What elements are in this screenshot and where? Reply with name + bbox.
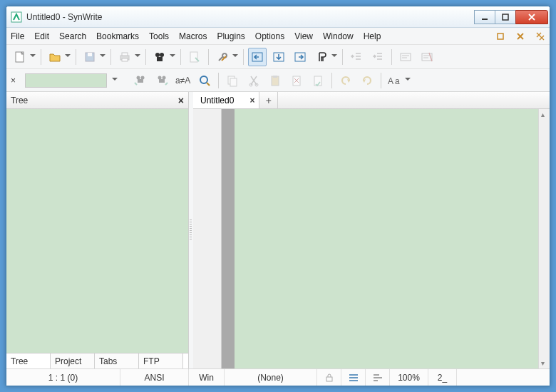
save-button[interactable] xyxy=(81,48,99,66)
status-lock-icon[interactable] xyxy=(317,369,341,386)
add-tab-button[interactable]: + xyxy=(259,92,278,108)
sidebar-tabs: Tree Project Tabs FTP xyxy=(6,353,188,368)
svg-point-23 xyxy=(163,76,166,79)
editor-body[interactable] xyxy=(235,109,538,368)
window-controls xyxy=(475,10,548,24)
svg-rect-28 xyxy=(230,78,237,86)
status-line-endings[interactable]: Win xyxy=(189,369,225,386)
svg-point-26 xyxy=(200,76,207,83)
menu-window[interactable]: Window xyxy=(323,31,354,41)
font-button[interactable]: Aa xyxy=(386,71,404,90)
menu-view[interactable]: View xyxy=(294,31,313,41)
search-bar-close-icon[interactable]: × xyxy=(11,76,21,86)
search-history-dropdown[interactable] xyxy=(111,76,118,86)
save-dropdown[interactable] xyxy=(99,52,106,62)
find-button[interactable] xyxy=(150,48,169,66)
toolbar-main xyxy=(6,45,550,69)
open-file-dropdown[interactable] xyxy=(64,52,71,62)
goto-button[interactable] xyxy=(185,48,204,66)
paste-button[interactable] xyxy=(266,71,284,90)
menu-file[interactable]: File xyxy=(11,31,24,41)
tree-body[interactable] xyxy=(6,109,188,353)
minimize-button[interactable] xyxy=(474,10,495,24)
titlebar[interactable]: Untitled0 - SynWrite xyxy=(6,6,550,28)
close-all-icon[interactable] xyxy=(535,31,545,41)
undo-button[interactable] xyxy=(336,71,355,90)
sidebar-tab-ftp[interactable]: FTP xyxy=(139,354,183,368)
nav-down-button[interactable] xyxy=(269,48,288,66)
menu-edit[interactable]: Edit xyxy=(34,31,49,41)
menu-search[interactable]: Search xyxy=(59,31,86,41)
svg-point-22 xyxy=(158,76,162,79)
unindent-button[interactable] xyxy=(347,48,366,66)
status-position[interactable]: 1 : 1 (0) xyxy=(6,369,120,386)
status-wrap-icon[interactable] xyxy=(341,369,366,386)
cut-button[interactable] xyxy=(244,71,263,90)
tools-button[interactable] xyxy=(213,48,232,66)
status-extra[interactable]: 2_ xyxy=(428,369,457,386)
svg-rect-37 xyxy=(326,377,332,381)
menu-bookmarks[interactable]: Bookmarks xyxy=(96,31,139,41)
redo-button[interactable] xyxy=(358,71,376,90)
editor-area: Untitled0 × + xyxy=(193,92,550,368)
find-dropdown[interactable] xyxy=(169,52,176,62)
find-next-button[interactable] xyxy=(153,71,171,90)
menu-options[interactable]: Options xyxy=(255,31,284,41)
nav-back-button[interactable] xyxy=(248,48,267,66)
search-magnifier-button[interactable] xyxy=(195,71,214,90)
comment-button[interactable] xyxy=(396,48,415,66)
indent-button[interactable] xyxy=(369,48,387,66)
svg-rect-6 xyxy=(88,53,92,56)
menu-plugins[interactable]: Plugins xyxy=(217,31,244,41)
close-doc-icon[interactable] xyxy=(515,31,525,41)
editor-tabstrip: Untitled0 × + xyxy=(193,92,550,109)
editor-tab-label: Untitled0 xyxy=(200,96,234,105)
sidebar-tab-project[interactable]: Project xyxy=(51,354,95,368)
select-all-button[interactable] xyxy=(309,71,327,90)
editor-tab[interactable]: Untitled0 × xyxy=(193,92,259,108)
status-lexer[interactable]: (None) xyxy=(225,369,317,386)
menu-tools[interactable]: Tools xyxy=(149,31,169,41)
nav-forward-button[interactable] xyxy=(291,48,309,66)
tree-panel-close-icon[interactable]: × xyxy=(178,95,184,106)
delete-button[interactable] xyxy=(287,71,306,90)
sidebar-tab-tree[interactable]: Tree xyxy=(6,354,51,368)
menu-macros[interactable]: Macros xyxy=(179,31,207,41)
sidebar-tab-tabs[interactable]: Tabs xyxy=(95,354,139,368)
menubar: File Edit Search Bookmarks Tools Macros … xyxy=(6,28,550,45)
font-dropdown[interactable] xyxy=(404,76,411,86)
print-dropdown[interactable] xyxy=(134,52,141,62)
status-encoding[interactable]: ANSI xyxy=(120,369,189,386)
status-selmode-icon[interactable] xyxy=(366,369,390,386)
close-button[interactable] xyxy=(515,10,548,24)
editor-gutter xyxy=(193,109,222,368)
menu-help[interactable]: Help xyxy=(364,31,381,41)
new-file-button[interactable] xyxy=(11,48,29,66)
new-file-dropdown[interactable] xyxy=(29,52,36,62)
svg-rect-17 xyxy=(401,53,411,61)
status-filler xyxy=(457,369,550,386)
maximize-button[interactable] xyxy=(495,10,516,24)
tree-panel-title: Tree xyxy=(11,96,178,105)
sidebar: Tree × Tree Project Tabs FTP xyxy=(6,92,189,368)
print-button[interactable] xyxy=(115,48,134,66)
svg-text:a: a xyxy=(395,76,400,86)
nonprinting-dropdown[interactable] xyxy=(331,52,338,62)
tools-dropdown[interactable] xyxy=(232,52,239,62)
search-input[interactable] xyxy=(25,73,107,88)
open-file-button[interactable] xyxy=(46,48,64,66)
svg-rect-12 xyxy=(157,57,163,61)
copy-button[interactable] xyxy=(223,71,242,90)
svg-rect-24 xyxy=(159,79,165,83)
status-zoom[interactable]: 100% xyxy=(390,369,428,386)
svg-point-20 xyxy=(141,76,145,79)
nonprinting-button[interactable] xyxy=(312,48,331,66)
uncomment-button[interactable] xyxy=(418,48,436,66)
editor-tab-close-icon[interactable]: × xyxy=(249,96,254,105)
find-prev-button[interactable] xyxy=(131,71,150,90)
svg-text:A: A xyxy=(388,76,393,86)
tree-panel-header: Tree × xyxy=(6,92,188,109)
restore-icon[interactable] xyxy=(495,31,505,41)
vertical-scrollbar[interactable] xyxy=(538,109,550,368)
case-toggle-button[interactable]: a≠A xyxy=(174,71,192,90)
